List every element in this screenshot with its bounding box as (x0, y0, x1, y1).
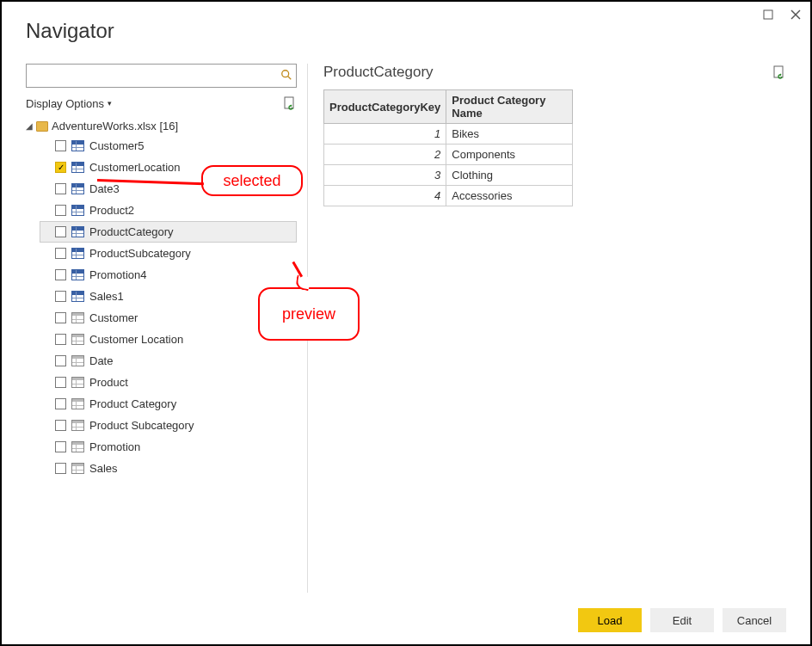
column-header[interactable]: Product Category Name (446, 90, 573, 124)
tree-item-label: ProductSubcategory (89, 247, 293, 260)
table-row[interactable]: 2Components (324, 145, 573, 165)
sheet-icon (71, 377, 84, 388)
tree-item-label: Customer5 (89, 139, 293, 152)
tree-item[interactable]: ProductSubcategory (40, 243, 297, 264)
preview-header: ProductCategory (323, 64, 786, 81)
tree-item-checkbox[interactable] (55, 377, 66, 388)
tree-item[interactable]: Product Subcategory (40, 415, 297, 436)
cell-key: 2 (324, 145, 446, 165)
tree-item-checkbox[interactable] (55, 291, 66, 302)
search-box[interactable] (26, 64, 297, 88)
tree-item-checkbox[interactable] (55, 269, 66, 280)
table-icon (71, 205, 84, 216)
table-row[interactable]: 3Clothing (324, 165, 573, 186)
cell-name: Bikes (446, 124, 573, 145)
display-options-dropdown[interactable]: Display Options ▾ (26, 97, 112, 110)
sheet-icon (71, 420, 84, 431)
tree-item[interactable]: Product Category (40, 393, 297, 415)
tree-item-checkbox[interactable]: ✓ (55, 162, 66, 173)
tree-item-label: Product Category (89, 397, 293, 410)
tree-item-label: Product2 (89, 204, 293, 217)
preview-title: ProductCategory (323, 64, 434, 81)
table-icon (71, 162, 84, 173)
maximize-icon[interactable] (760, 7, 776, 22)
cell-key: 1 (324, 124, 446, 145)
cell-name: Accessories (446, 186, 573, 206)
tree-item-checkbox[interactable] (55, 441, 66, 452)
table-icon (71, 183, 84, 194)
table-icon (71, 248, 84, 259)
window-controls (760, 7, 803, 22)
svg-point-3 (282, 70, 289, 77)
tree-item[interactable]: Product2 (40, 200, 297, 221)
tree-item-checkbox[interactable] (55, 334, 66, 345)
tree-item[interactable]: Date (40, 350, 297, 372)
table-row[interactable]: 4Accessories (324, 186, 573, 206)
tree-item-checkbox[interactable] (55, 398, 66, 409)
tree-item[interactable]: Product (40, 372, 297, 393)
chevron-down-icon: ▾ (108, 99, 112, 108)
table-icon (71, 140, 84, 151)
tree-item[interactable]: Promotion4 (40, 264, 297, 286)
cell-name: Clothing (446, 165, 573, 186)
tree-root[interactable]: ◢ AdventureWorks.xlsx [16] (26, 117, 297, 135)
tree-item-label: Product Subcategory (89, 419, 293, 432)
tree-item-label: Date (89, 354, 293, 367)
cancel-button[interactable]: Cancel (723, 608, 786, 632)
preview-pane: ProductCategory ProductCategoryKeyProduc… (308, 64, 786, 593)
annotation-preview-text: preview (282, 305, 335, 323)
cell-name: Components (446, 145, 573, 165)
refresh-tree-icon[interactable] (283, 96, 297, 110)
sheet-icon (71, 312, 84, 323)
footer-buttons: Load Edit Cancel (578, 608, 786, 632)
cell-key: 4 (324, 186, 446, 206)
tree-item-checkbox[interactable] (55, 205, 66, 216)
preview-table[interactable]: ProductCategoryKeyProduct Category Name … (323, 89, 573, 206)
tree-item[interactable]: ProductCategory (40, 221, 297, 243)
load-button[interactable]: Load (578, 608, 642, 632)
svg-line-4 (288, 76, 292, 79)
cell-key: 3 (324, 165, 446, 186)
tree-item-checkbox[interactable] (55, 463, 66, 474)
dialog-title: Navigator (26, 19, 114, 43)
tree-root-label: AdventureWorks.xlsx [16] (52, 120, 178, 132)
navigator-dialog: Navigator Display Options ▾ (0, 0, 812, 646)
sheet-icon (71, 463, 84, 474)
tree-item-label: Promotion4 (89, 268, 293, 281)
content-area: Display Options ▾ ◢ AdventureWorks.xlsx … (26, 64, 786, 593)
sheet-icon (71, 334, 84, 345)
tree-item[interactable]: Customer5 (40, 135, 297, 157)
tree-item-label: Sales (89, 462, 293, 475)
annotation-selected: selected (201, 165, 303, 196)
close-icon[interactable] (788, 7, 803, 22)
tree-item[interactable]: Sales (40, 458, 297, 479)
sheet-icon (71, 355, 84, 366)
expander-icon[interactable]: ◢ (26, 121, 33, 131)
tree-item-checkbox[interactable] (55, 355, 66, 366)
refresh-preview-icon[interactable] (772, 65, 786, 79)
edit-button[interactable]: Edit (650, 608, 714, 632)
tree-item-label: ProductCategory (89, 225, 293, 238)
tree-item-checkbox[interactable] (55, 420, 66, 431)
sheet-icon (71, 441, 84, 452)
svg-rect-0 (764, 10, 772, 19)
folder-icon (36, 121, 48, 132)
table-row[interactable]: 1Bikes (324, 124, 573, 145)
annotation-selected-text: selected (223, 172, 280, 190)
tree-item-checkbox[interactable] (55, 226, 66, 237)
display-options-row: Display Options ▾ (26, 96, 297, 110)
table-icon (71, 226, 84, 237)
tree-item-checkbox[interactable] (55, 183, 66, 194)
table-icon (71, 269, 84, 280)
display-options-label: Display Options (26, 97, 104, 110)
search-icon[interactable] (277, 69, 296, 83)
search-input[interactable] (27, 65, 277, 87)
tree-item[interactable]: Promotion (40, 436, 297, 458)
annotation-preview: preview (258, 287, 360, 341)
tree-item-label: Promotion (89, 440, 293, 453)
table-icon (71, 291, 84, 302)
tree-item-checkbox[interactable] (55, 312, 66, 323)
tree-item-checkbox[interactable] (55, 248, 66, 259)
tree-item-checkbox[interactable] (55, 140, 66, 151)
column-header[interactable]: ProductCategoryKey (324, 90, 446, 124)
